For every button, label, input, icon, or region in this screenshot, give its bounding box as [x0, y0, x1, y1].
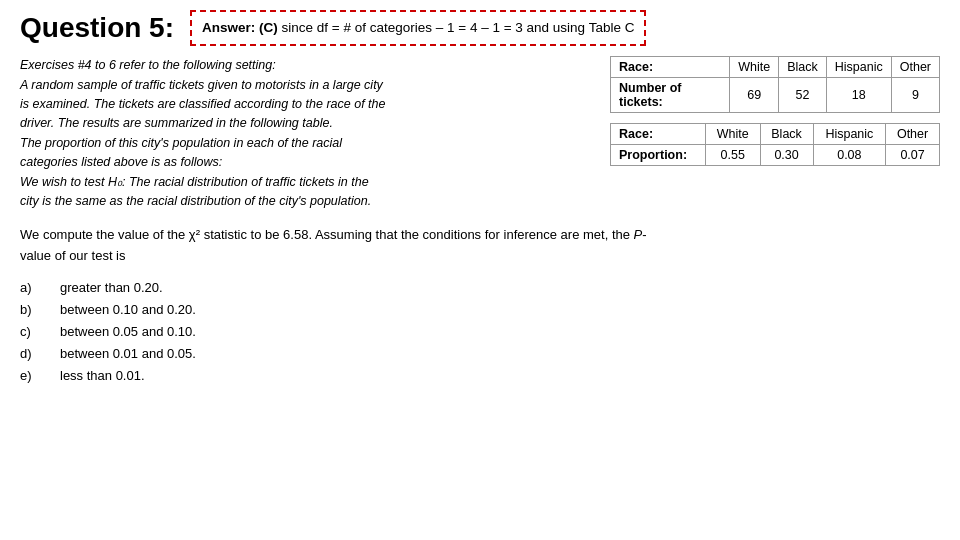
- option-a-text: greater than 0.20.: [60, 277, 163, 299]
- table2-row1-other: 0.07: [886, 145, 940, 166]
- table1-row1-other: 9: [891, 78, 939, 113]
- table2-header-race: Race:: [611, 124, 706, 145]
- option-d-text: between 0.01 and 0.05.: [60, 343, 196, 365]
- exercise-line1: Exercises #4 to 6 refer to the following…: [20, 56, 590, 75]
- answer-text: since df = # of categories – 1 = 4 – 1 =…: [278, 20, 635, 35]
- option-a: a) greater than 0.20.: [20, 277, 940, 299]
- table1-data-row: Number of tickets: 69 52 18 9: [611, 78, 940, 113]
- option-b-letter: b): [20, 299, 40, 321]
- table1-header-race: Race:: [611, 57, 730, 78]
- exercise-line8: city is the same as the racial distribut…: [20, 192, 590, 211]
- table1-row1-label: Number of tickets:: [611, 78, 730, 113]
- table2-header-row: Race: White Black Hispanic Other: [611, 124, 940, 145]
- question-title: Question 5:: [20, 12, 174, 44]
- table1: Race: White Black Hispanic Other Number …: [610, 56, 940, 113]
- table1-header-row: Race: White Black Hispanic Other: [611, 57, 940, 78]
- option-e-text: less than 0.01.: [60, 365, 145, 387]
- chi-italic: P: [634, 227, 643, 242]
- answer-letter: (C): [259, 20, 278, 35]
- option-d: d) between 0.01 and 0.05.: [20, 343, 940, 365]
- table2: Race: White Black Hispanic Other Proport…: [610, 123, 940, 166]
- table2-row1-label: Proportion:: [611, 145, 706, 166]
- table1-row1-hispanic: 18: [826, 78, 891, 113]
- exercise-line4: driver. The results are summarized in th…: [20, 114, 590, 133]
- table2-header-other: Other: [886, 124, 940, 145]
- option-d-letter: d): [20, 343, 40, 365]
- option-e-letter: e): [20, 365, 40, 387]
- option-b: b) between 0.10 and 0.20.: [20, 299, 940, 321]
- table1-header-black: Black: [779, 57, 827, 78]
- table1-header-other: Other: [891, 57, 939, 78]
- exercise-line2: A random sample of traffic tickets given…: [20, 76, 590, 95]
- table2-row1-white: 0.55: [705, 145, 760, 166]
- table1-row1-white: 69: [730, 78, 779, 113]
- table2-header-white: White: [705, 124, 760, 145]
- exercise-line5: The proportion of this city's population…: [20, 134, 590, 153]
- option-a-letter: a): [20, 277, 40, 299]
- exercise-text: Exercises #4 to 6 refer to the following…: [20, 56, 590, 211]
- chi-part3: value of our test is: [20, 248, 126, 263]
- table2-data-row: Proportion: 0.55 0.30 0.08 0.07: [611, 145, 940, 166]
- chi-section: We compute the value of the χ² statistic…: [20, 225, 940, 267]
- table1-row1-black: 52: [779, 78, 827, 113]
- option-c-letter: c): [20, 321, 40, 343]
- header-row: Question 5: Answer: (C) since df = # of …: [20, 10, 940, 46]
- exercise-line6: categories listed above is as follows:: [20, 153, 590, 172]
- table2-header-hispanic: Hispanic: [813, 124, 885, 145]
- answer-box: Answer: (C) since df = # of categories –…: [190, 10, 646, 46]
- content-area: Exercises #4 to 6 refer to the following…: [20, 56, 940, 211]
- table1-header-hispanic: Hispanic: [826, 57, 891, 78]
- option-c-text: between 0.05 and 0.10.: [60, 321, 196, 343]
- table2-header-black: Black: [760, 124, 813, 145]
- option-e: e) less than 0.01.: [20, 365, 940, 387]
- exercise-line7: We wish to test H₀: The racial distribut…: [20, 173, 590, 192]
- chi-part2: -: [642, 227, 646, 242]
- table1-header-white: White: [730, 57, 779, 78]
- options-list: a) greater than 0.20. b) between 0.10 an…: [20, 277, 940, 387]
- chi-part1: We compute the value of the χ² statistic…: [20, 227, 634, 242]
- option-b-text: between 0.10 and 0.20.: [60, 299, 196, 321]
- answer-label: Answer:: [202, 20, 255, 35]
- option-c: c) between 0.05 and 0.10.: [20, 321, 940, 343]
- table2-row1-hispanic: 0.08: [813, 145, 885, 166]
- table2-row1-black: 0.30: [760, 145, 813, 166]
- exercise-line3: is examined. The tickets are classified …: [20, 95, 590, 114]
- tables-area: Race: White Black Hispanic Other Number …: [610, 56, 940, 211]
